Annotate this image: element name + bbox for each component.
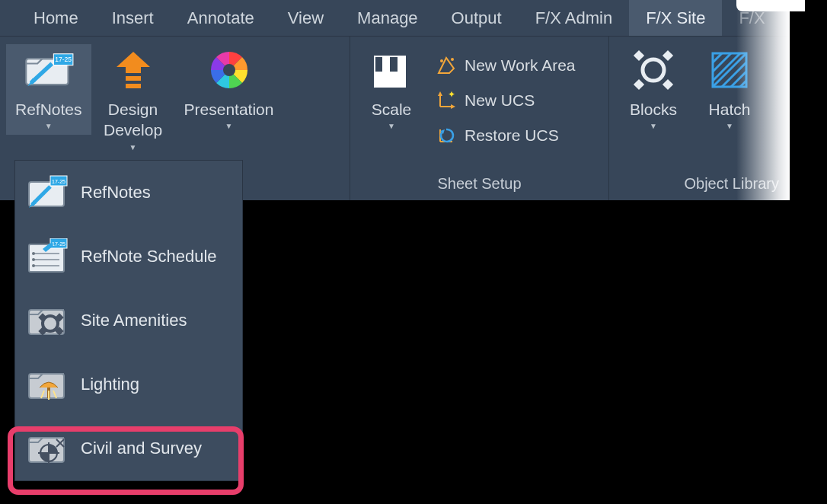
hatch-button[interactable]: Hatch ▼ [691, 44, 768, 135]
new-ucs-label: New UCS [465, 91, 535, 110]
svg-rect-21 [634, 50, 644, 61]
scale-label: Scale [372, 99, 412, 120]
dropdown-site-amenities-label: Site Amenities [81, 311, 187, 330]
svg-point-35 [32, 258, 35, 261]
dropdown-refnote-schedule[interactable]: 17-25 RefNote Schedule [15, 225, 242, 289]
dropdown-lighting[interactable]: Lighting [15, 352, 242, 416]
svg-text:✦: ✦ [448, 90, 455, 100]
refnotes-icon: 17-25 [26, 174, 69, 211]
panel-sheet-setup: Scale ▼ New Work Area ✦ New UCS [350, 37, 609, 200]
dropdown-civil-and-survey-label: Civil and Survey [81, 439, 202, 458]
chevron-down-icon: ▼ [388, 122, 395, 130]
restore-ucs-button[interactable]: Restore UCS [428, 119, 583, 152]
blocks-button[interactable]: Blocks ▼ [615, 44, 691, 135]
new-work-area-button[interactable]: New Work Area [428, 49, 583, 82]
chevron-down-icon: ▼ [225, 122, 233, 130]
dropdown-site-amenities[interactable]: Site Amenities [15, 289, 242, 352]
up-arrow-icon [107, 49, 159, 91]
tab-output[interactable]: Output [435, 0, 519, 36]
ribbon-tabbar: Home Insert Annotate View Manage Output … [0, 0, 790, 37]
svg-point-34 [32, 252, 35, 255]
dropdown-lighting-label: Lighting [81, 375, 139, 394]
scale-button[interactable]: Scale ▼ [356, 44, 426, 135]
svg-point-36 [32, 264, 35, 267]
refnotes-folder-icon: 17-25 [23, 49, 75, 91]
svg-rect-8 [375, 72, 382, 87]
svg-text:17-25: 17-25 [55, 56, 72, 63]
dropdown-refnotes-label: RefNotes [81, 183, 151, 203]
blocks-icon [627, 49, 679, 91]
svg-rect-5 [126, 76, 141, 81]
tab-manage[interactable]: Manage [340, 0, 435, 36]
chevron-down-icon: ▼ [650, 122, 657, 130]
tab-fx-more[interactable]: F/X [722, 0, 781, 36]
work-area-icon [436, 55, 457, 76]
hatch-label: Hatch [709, 99, 751, 120]
restore-ucs-icon [436, 125, 457, 146]
design-develop-button[interactable]: Design Develop ▼ [91, 44, 175, 156]
dropdown-refnotes[interactable]: 17-25 RefNotes [15, 161, 242, 225]
svg-rect-6 [126, 84, 141, 88]
presentation-button[interactable]: Presentation ▼ [175, 44, 283, 135]
tab-home[interactable]: Home [17, 0, 95, 36]
site-amenities-icon [26, 302, 69, 339]
panel-object-library: Blocks ▼ Hatch ▼ Object Library [609, 37, 790, 200]
svg-text:17-25: 17-25 [52, 179, 65, 184]
chevron-down-icon: ▼ [45, 122, 53, 130]
svg-point-20 [643, 59, 664, 81]
svg-marker-4 [117, 52, 150, 73]
color-wheel-icon [203, 49, 255, 91]
object-library-group-label: Object Library [609, 171, 790, 200]
svg-point-7 [223, 64, 235, 76]
tab-annotate[interactable]: Annotate [171, 0, 271, 36]
restore-ucs-label: Restore UCS [465, 126, 559, 145]
tab-fx-admin[interactable]: F/X Admin [519, 0, 629, 36]
lighting-icon [26, 366, 69, 403]
refnotes-dropdown: 17-25 RefNotes 17-25 RefNote Schedule [14, 160, 243, 481]
dropdown-refnote-schedule-label: RefNote Schedule [81, 247, 217, 266]
svg-rect-11 [398, 56, 405, 87]
chevron-down-icon: ▼ [129, 143, 137, 152]
new-ucs-button[interactable]: ✦ New UCS [428, 84, 583, 117]
svg-rect-24 [663, 79, 673, 90]
chevron-down-icon: ▼ [726, 122, 733, 130]
svg-point-15 [451, 58, 454, 61]
dropdown-civil-and-survey[interactable]: Civil and Survey [15, 416, 242, 480]
tab-insert[interactable]: Insert [95, 0, 171, 36]
tab-view[interactable]: View [271, 0, 340, 36]
svg-rect-23 [634, 79, 644, 90]
hatch-icon [704, 49, 755, 91]
new-ucs-icon: ✦ [436, 90, 457, 111]
sheet-setup-group-label: Sheet Setup [350, 171, 608, 200]
svg-point-14 [440, 59, 443, 62]
svg-marker-16 [438, 91, 442, 96]
civil-survey-icon [26, 430, 69, 467]
svg-rect-9 [382, 56, 390, 87]
svg-rect-10 [390, 72, 398, 87]
svg-marker-17 [451, 104, 455, 109]
presentation-label: Presentation [184, 99, 274, 120]
refnote-schedule-icon: 17-25 [26, 238, 69, 275]
design-develop-label: Design Develop [104, 99, 162, 141]
refnotes-button[interactable]: 17-25 RefNotes ▼ [6, 44, 91, 135]
new-work-area-label: New Work Area [465, 56, 576, 75]
blocks-label: Blocks [630, 99, 677, 120]
scale-icon [366, 49, 417, 91]
refnotes-label: RefNotes [15, 99, 82, 120]
svg-rect-22 [663, 50, 673, 61]
svg-text:17-25: 17-25 [52, 241, 65, 247]
tab-fx-site[interactable]: F/X Site [629, 0, 722, 36]
